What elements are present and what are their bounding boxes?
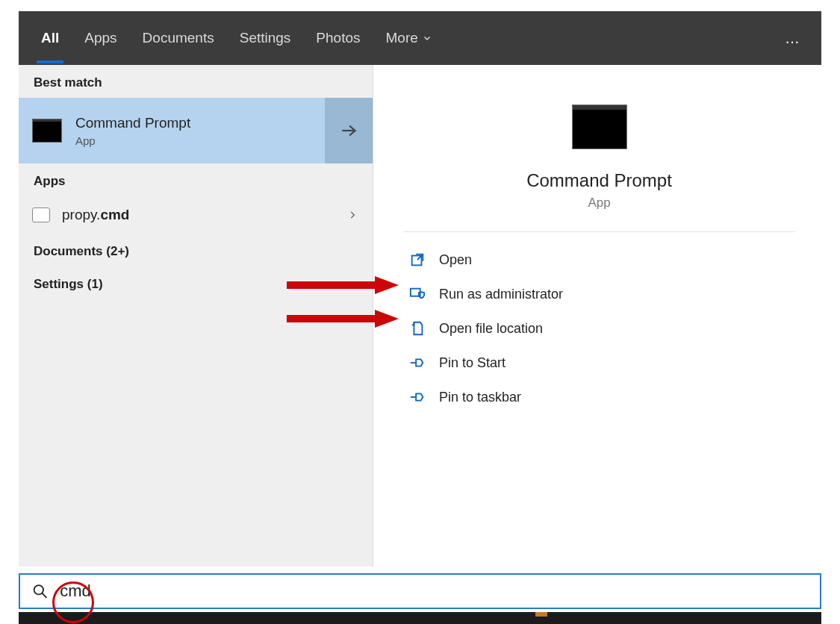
best-match-item[interactable]: Command Prompt App <box>19 98 325 163</box>
tab-settings[interactable]: Settings <box>240 30 291 46</box>
action-label: Run as administrator <box>439 287 563 302</box>
pin-taskbar-icon <box>409 389 426 405</box>
open-loc-icon <box>409 320 426 337</box>
best-match-expand-button[interactable] <box>325 98 373 163</box>
action-label: Open file location <box>439 321 543 337</box>
action-open-file-location[interactable]: Open file location <box>381 311 818 346</box>
taskbar-strip <box>19 612 821 624</box>
tab-all[interactable]: All <box>41 30 59 46</box>
search-bar[interactable] <box>19 573 821 609</box>
app-result-item[interactable]: propy.cmd <box>19 196 373 234</box>
svg-line-7 <box>42 593 46 598</box>
search-header: All Apps Documents Settings Photos More … <box>19 11 821 65</box>
header-overflow-button[interactable]: … <box>785 30 800 47</box>
app-result-name: propy.cmd <box>62 207 129 223</box>
pin-start-icon <box>409 355 426 371</box>
action-label: Pin to Start <box>439 355 505 371</box>
best-match-sub: App <box>75 134 190 147</box>
best-match-label: Best match <box>19 65 373 98</box>
app-result-left: propy.cmd <box>32 207 129 223</box>
header-tabs: All Apps Documents Settings Photos More <box>19 11 821 65</box>
action-pin-to-start[interactable]: Pin to Start <box>381 346 818 380</box>
chevron-down-icon <box>423 34 432 43</box>
command-prompt-icon <box>32 119 62 143</box>
detail-sub: App <box>381 196 818 210</box>
detail-top: Command Prompt App <box>381 75 818 210</box>
action-run-as-admin[interactable]: Run as administrator <box>381 277 818 311</box>
action-label: Open <box>439 252 472 268</box>
open-icon <box>409 252 426 268</box>
detail-actions: Open Run as administrator Open file loca… <box>381 238 818 414</box>
best-match-texts: Command Prompt App <box>75 115 190 147</box>
action-pin-to-taskbar[interactable]: Pin to taskbar <box>381 380 818 414</box>
action-open[interactable]: Open <box>381 243 818 277</box>
tab-documents[interactable]: Documents <box>143 30 214 46</box>
action-label: Pin to taskbar <box>439 390 521 405</box>
tab-more-label: More <box>386 30 418 46</box>
best-match-row: Command Prompt App <box>19 98 373 163</box>
settings-label[interactable]: Settings (1) <box>19 266 373 299</box>
search-input[interactable] <box>58 581 820 602</box>
detail-panel: Command Prompt App Open Run as administr… <box>381 75 818 567</box>
tab-more[interactable]: More <box>386 30 432 46</box>
arrow-right-icon <box>339 121 358 140</box>
svg-point-6 <box>34 585 43 594</box>
results-panel: Best match Command Prompt App Apps propy… <box>19 65 373 567</box>
search-icon <box>32 583 48 599</box>
documents-label[interactable]: Documents (2+) <box>19 234 373 266</box>
apps-label: Apps <box>19 163 373 196</box>
run-admin-icon <box>409 286 426 302</box>
tab-apps[interactable]: Apps <box>84 30 116 46</box>
best-match-title: Command Prompt <box>75 115 190 131</box>
detail-title: Command Prompt <box>381 170 818 191</box>
chevron-right-icon <box>347 210 358 220</box>
detail-divider <box>403 231 795 232</box>
script-file-icon <box>32 208 50 222</box>
tab-photos[interactable]: Photos <box>316 30 360 46</box>
command-prompt-icon <box>572 104 627 149</box>
